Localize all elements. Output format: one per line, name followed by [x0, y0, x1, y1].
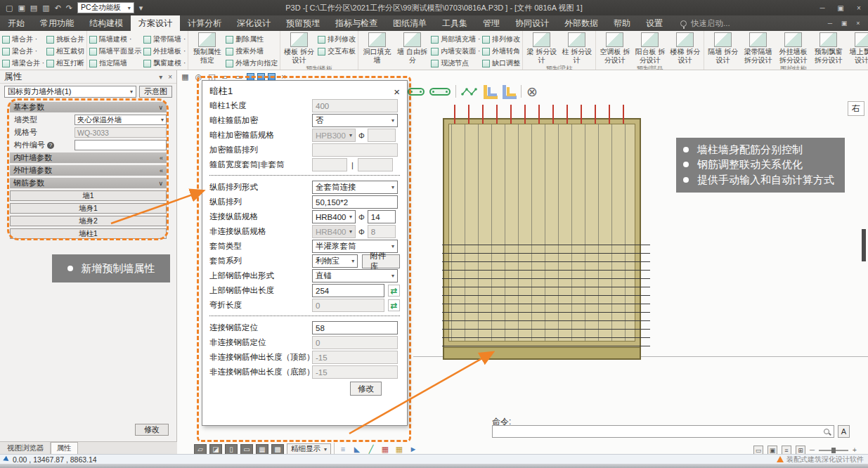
ribbon-button[interactable]: 搜索外墙: [226, 46, 278, 56]
section-basic-params[interactable]: 基本参数 ∨: [10, 102, 167, 112]
command-input[interactable]: [492, 425, 834, 438]
layers-icon[interactable]: ≡: [337, 444, 349, 455]
doc-minimize-button[interactable]: ─: [823, 20, 837, 27]
menu-tab[interactable]: 常用功能: [32, 15, 82, 31]
polyline-icon[interactable]: [461, 86, 478, 96]
field-select[interactable]: 利物宝▾: [312, 254, 358, 268]
ribbon-button[interactable]: 墙梁合并 ·: [2, 58, 44, 68]
hidden-column-dialog[interactable]: 暗柱1 × 暗柱1长度400暗柱箍筋加密否▾暗柱加密箍筋规格HPB300▾Φ加密…: [202, 80, 408, 426]
new-file-icon[interactable]: ▢: [6, 4, 13, 13]
doc-close-button[interactable]: ×: [851, 20, 865, 27]
display-mode-select[interactable]: 精细显示 ▾: [287, 443, 331, 454]
ribbon-button[interactable]: 指定隔墙: [89, 58, 141, 68]
ribbon-button[interactable]: 排列修改: [318, 34, 356, 44]
sync-refresh-icon[interactable]: ⇄: [388, 285, 400, 297]
ribbon-big-button[interactable]: 阳台板 拆分设计: [633, 32, 666, 64]
wall-type-select[interactable]: 夹心保温外墙 ▾: [75, 115, 167, 125]
toolbar-options-icon[interactable]: ▾: [139, 4, 143, 13]
rebar-grade-select[interactable]: HRB400▾: [312, 210, 356, 223]
zoom-slider[interactable]: [819, 450, 848, 451]
ribbon-big-button[interactable]: 预制属性 指定: [190, 32, 224, 64]
quick-launch[interactable]: 快速启动...: [671, 15, 730, 31]
component-number-field[interactable]: [75, 140, 167, 150]
save-icon[interactable]: ▤: [30, 4, 37, 13]
ribbon-button[interactable]: 隔墙建模 ·: [89, 34, 141, 44]
menu-tab[interactable]: 协同设计: [507, 15, 557, 31]
ribbon-button[interactable]: 现浇节点: [431, 58, 480, 68]
ribbon-button[interactable]: 相互打断: [46, 58, 84, 68]
ribbon-big-button[interactable]: 洞口填充墙: [361, 32, 394, 64]
menu-tab[interactable]: 外部数据: [557, 15, 606, 31]
wall-panel-drawing[interactable]: [443, 118, 641, 360]
ribbon-big-button[interactable]: 楼板 拆分设计: [283, 32, 316, 64]
field-input[interactable]: 254: [312, 284, 384, 297]
save-all-icon[interactable]: ▥: [42, 4, 49, 13]
preview-button[interactable]: 示意图: [139, 86, 172, 98]
command-a-button[interactable]: A: [838, 425, 850, 438]
ribbon-big-button[interactable]: 外挂墙板 拆分设计: [777, 32, 810, 64]
close-button[interactable]: ×: [850, 1, 868, 15]
yellow-grid-icon[interactable]: ▦: [394, 444, 405, 455]
pencil-icon[interactable]: ╱: [365, 444, 377, 455]
field-select[interactable]: 直锚▾: [312, 269, 398, 282]
section-rebar-params[interactable]: 钢筋参数 ∨: [10, 178, 167, 188]
ribbon-big-button[interactable]: 预制飘窗 拆分设计: [812, 32, 845, 64]
wall-display-icon[interactable]: ▯: [225, 444, 238, 455]
open-file-icon[interactable]: ▣: [18, 4, 25, 13]
ribbon-big-button[interactable]: 梁 拆分设计: [525, 32, 558, 64]
field-input[interactable]: 50,150*2: [312, 195, 398, 209]
doc-restore-button[interactable]: ▣: [837, 20, 851, 27]
ribbon-button[interactable]: 墙合并 ·: [2, 34, 44, 44]
menu-tab[interactable]: 设置: [638, 15, 671, 31]
ribbon-button[interactable]: 外挂墙板 ·: [143, 46, 186, 56]
menu-tab[interactable]: 管理: [475, 15, 507, 31]
menu-tab[interactable]: 预留预埋: [278, 15, 328, 31]
corner-detail-alt-icon[interactable]: [502, 84, 516, 98]
restore-button[interactable]: ▣: [831, 1, 850, 15]
ribbon-button[interactable]: 局部填充墙 ·: [431, 34, 480, 44]
ribbon-big-button[interactable]: 楼梯 拆分设计: [668, 32, 701, 64]
rebar-param-button[interactable]: 墙柱1: [10, 228, 167, 239]
rebar-param-button[interactable]: 墙1: [10, 190, 167, 201]
pointer-icon[interactable]: ►: [408, 444, 419, 455]
field-select[interactable]: 全套筒连接▾: [312, 181, 398, 194]
ribbon-button[interactable]: 挑板合并: [46, 34, 84, 44]
menu-tab[interactable]: 计算分析: [180, 15, 229, 31]
view-3d-icon[interactable]: [247, 73, 254, 81]
ribbon-big-button[interactable]: 墙上飘板 设计▾: [847, 32, 868, 64]
wall-category-select[interactable]: 国标剪力墙外墙(1) ▾: [4, 86, 136, 98]
new-view-icon[interactable]: ▭: [753, 446, 763, 454]
redo-icon[interactable]: ↷: [66, 4, 72, 13]
zoom-in-icon[interactable]: +: [853, 446, 857, 454]
list-view-icon[interactable]: ≡: [782, 446, 791, 454]
view-3d-icon[interactable]: [257, 73, 265, 81]
tile-view-icon[interactable]: ▣: [767, 446, 777, 454]
menu-tab[interactable]: 结构建模: [82, 15, 131, 31]
view-orientation-button[interactable]: 右: [848, 101, 864, 116]
menu-tab[interactable]: 工具集: [434, 15, 475, 31]
field-input[interactable]: 58: [312, 321, 398, 334]
menu-tab[interactable]: 指标与检查: [328, 15, 385, 31]
menu-tab[interactable]: 帮助: [606, 15, 638, 31]
ribbon-big-button[interactable]: 梁带隔墙 拆分设计: [741, 32, 775, 64]
panel-close-icon[interactable]: ×: [168, 73, 172, 81]
ribbon-button[interactable]: 飘窗建模 ·: [143, 58, 186, 68]
ribbon-big-button[interactable]: 墙 自由拆分: [396, 32, 429, 64]
grid-display-icon[interactable]: ▦: [256, 444, 268, 455]
menu-tab[interactable]: 深化设计: [229, 15, 278, 31]
ribbon-button[interactable]: 排列修改: [482, 34, 520, 44]
red-grid-icon[interactable]: ▦: [380, 444, 391, 455]
ribbon-button[interactable]: 外墙方向指定: [226, 58, 278, 68]
search-icon[interactable]: [824, 429, 829, 434]
rebar-param-button[interactable]: 墙身2: [10, 216, 167, 226]
ribbon-button[interactable]: 梁带隔墙 ·: [143, 34, 186, 44]
panel-bottom-tab[interactable]: 视图浏览器: [1, 442, 51, 454]
view-3d-icon[interactable]: [268, 73, 276, 81]
menu-tab[interactable]: 图纸清单: [385, 15, 434, 31]
ribbon-big-button[interactable]: 隔墙 拆分设计: [706, 32, 739, 64]
ribbon-button[interactable]: 内墙安装面 ·: [431, 46, 480, 56]
hatch-display-icon[interactable]: ▩: [271, 444, 284, 455]
angle-icon[interactable]: ◣: [351, 444, 363, 455]
sync-refresh-icon[interactable]: ⇄: [388, 299, 400, 311]
section-inner-leaf[interactable]: 内叶墙参数 «: [10, 152, 167, 163]
